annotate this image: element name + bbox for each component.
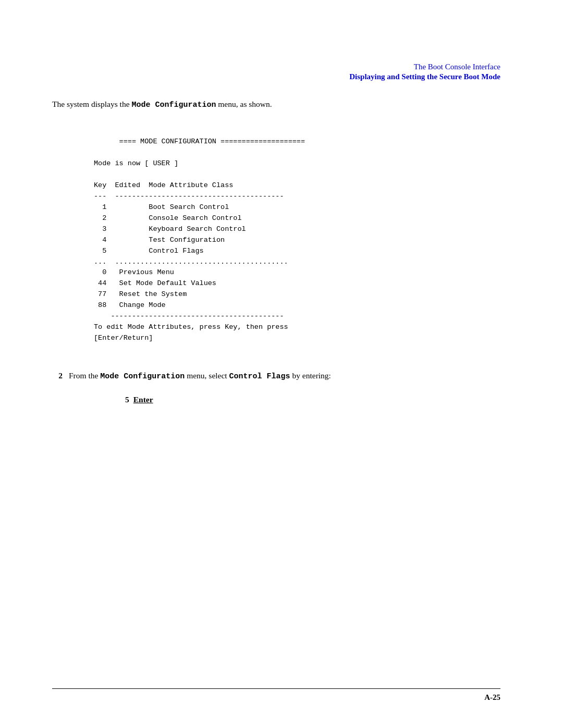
header-link: The Boot Console Interface <box>0 63 500 71</box>
intro-paragraph: The system displays the Mode Configurati… <box>52 98 500 112</box>
step2-text-after: by entering: <box>290 371 331 380</box>
content-area: The system displays the Mode Configurati… <box>0 98 563 404</box>
command-label: Enter <box>133 395 153 404</box>
step2-text-middle: menu, select <box>185 371 229 380</box>
footer-line <box>52 688 500 689</box>
header-bold: Displaying and Setting the Secure Boot M… <box>0 72 500 81</box>
footer-section: A-25 <box>52 693 500 702</box>
command-number: 5 <box>125 395 129 404</box>
step2-text-before: From the <box>69 371 100 380</box>
code-block: ==== MODE CONFIGURATION ================… <box>94 126 500 355</box>
code-content: ==== MODE CONFIGURATION ================… <box>94 138 305 342</box>
header-section: The Boot Console Interface Displaying an… <box>0 0 563 81</box>
step-number-2: 2 <box>52 369 63 381</box>
intro-text-before: The system displays the <box>52 100 131 108</box>
page-number: A-25 <box>484 693 500 702</box>
step2-code2: Control Flags <box>229 372 290 381</box>
intro-code: Mode Configuration <box>131 101 216 109</box>
command-entry: 5 Enter <box>125 395 500 404</box>
step2-code1: Mode Configuration <box>100 372 185 381</box>
step-2: 2 From the Mode Configuration menu, sele… <box>52 369 500 383</box>
intro-text-after: menu, as shown. <box>216 100 272 108</box>
page-container: The Boot Console Interface Displaying an… <box>0 0 563 728</box>
step-2-text: From the Mode Configuration menu, select… <box>69 369 500 383</box>
command-block: 5 Enter <box>125 395 500 404</box>
